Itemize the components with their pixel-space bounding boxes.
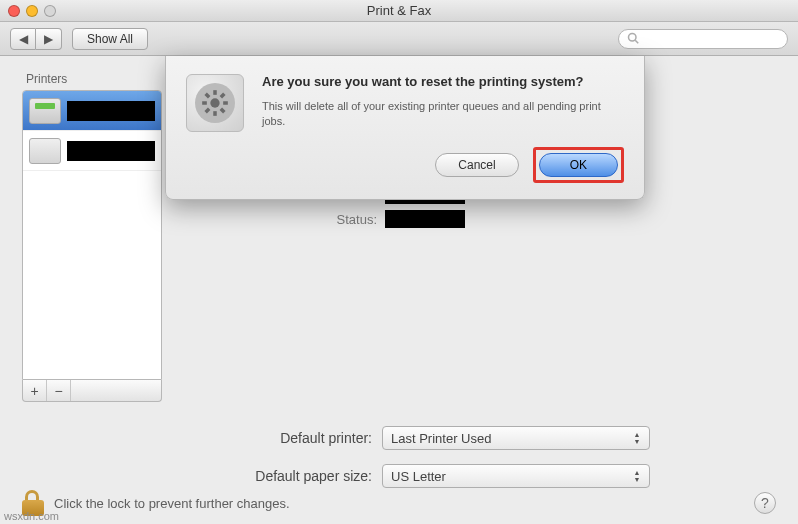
printer-name-redacted	[67, 101, 155, 121]
printers-heading: Printers	[26, 72, 162, 86]
paper-size-popup[interactable]: US Letter ▲▼	[382, 464, 650, 488]
svg-line-7	[206, 94, 210, 98]
titlebar: Print & Fax	[0, 0, 798, 22]
window-title: Print & Fax	[0, 3, 798, 18]
printer-name-redacted	[67, 141, 155, 161]
status-value-redacted	[385, 210, 465, 228]
ok-button[interactable]: OK	[539, 153, 618, 177]
system-prefs-icon	[186, 74, 244, 132]
printer-icon	[29, 138, 61, 164]
cancel-button[interactable]: Cancel	[435, 153, 518, 177]
status-label: Status:	[180, 212, 385, 227]
default-printer-value: Last Printer Used	[391, 431, 491, 446]
dialog-heading: Are you sure you want to reset the print…	[262, 74, 624, 91]
forward-button[interactable]: ▶	[36, 28, 62, 50]
search-icon	[627, 30, 639, 48]
show-all-button[interactable]: Show All	[72, 28, 148, 50]
printers-list[interactable]	[22, 90, 162, 380]
nav-segment: ◀ ▶	[10, 28, 62, 50]
printer-icon	[29, 98, 61, 124]
ok-highlight: OK	[533, 147, 624, 183]
svg-line-8	[221, 109, 225, 113]
back-button[interactable]: ◀	[10, 28, 36, 50]
svg-point-2	[210, 98, 219, 107]
lock-area[interactable]: Click the lock to prevent further change…	[22, 490, 290, 516]
paper-size-value: US Letter	[391, 469, 446, 484]
svg-line-1	[635, 40, 638, 43]
printer-row-2[interactable]	[23, 131, 161, 171]
help-button[interactable]: ?	[754, 492, 776, 514]
svg-line-9	[206, 109, 210, 113]
search-field[interactable]	[618, 29, 788, 49]
popup-arrows-icon: ▲▼	[629, 429, 645, 447]
default-printer-label: Default printer:	[22, 430, 382, 446]
add-printer-button[interactable]: +	[23, 380, 47, 401]
search-input[interactable]	[643, 32, 779, 46]
svg-line-10	[221, 94, 225, 98]
gear-icon	[201, 89, 229, 117]
dialog-message: This will delete all of your existing pr…	[262, 99, 624, 129]
toolbar: ◀ ▶ Show All	[0, 22, 798, 56]
lock-text: Click the lock to prevent further change…	[54, 496, 290, 511]
default-printer-popup[interactable]: Last Printer Used ▲▼	[382, 426, 650, 450]
svg-point-0	[629, 33, 637, 41]
footer: Click the lock to prevent further change…	[22, 490, 776, 516]
add-remove-bar: + −	[22, 380, 162, 402]
printer-row-1[interactable]	[23, 91, 161, 131]
confirm-reset-sheet: Are you sure you want to reset the print…	[165, 56, 645, 200]
paper-size-label: Default paper size:	[22, 468, 382, 484]
remove-printer-button[interactable]: −	[47, 380, 71, 401]
popup-arrows-icon: ▲▼	[629, 467, 645, 485]
watermark: wsxdn.com	[4, 510, 59, 522]
